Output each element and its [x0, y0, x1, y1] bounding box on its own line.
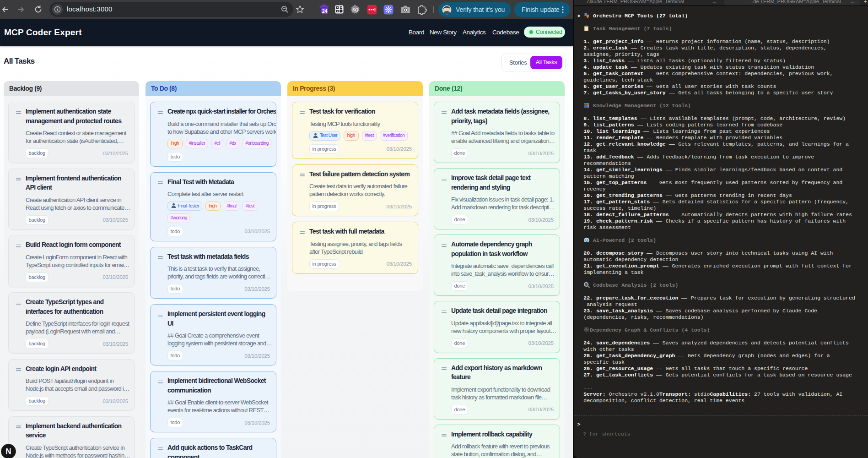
- svg-text:24: 24: [322, 8, 328, 14]
- svg-text:SQ: SQ: [352, 7, 358, 12]
